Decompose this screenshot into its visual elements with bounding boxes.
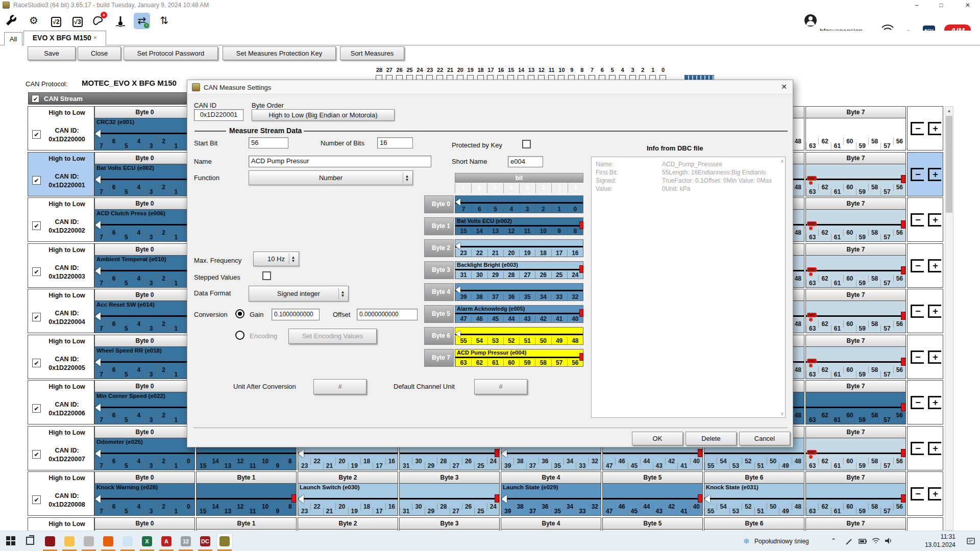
info-scroll-down-icon[interactable]: ∨ — [780, 411, 784, 416]
encoding-radio[interactable] — [235, 331, 244, 340]
racestudio[interactable] — [216, 533, 233, 549]
maximize-button[interactable]: □ — [932, 0, 950, 10]
byte-measure-cell[interactable]: 6362616059585756 — [805, 484, 906, 516]
math2-icon[interactable]: √2 — [48, 13, 64, 29]
grid-byte-cell[interactable]: 3938373635343332 — [455, 283, 583, 301]
remove-measure-button[interactable]: − — [911, 259, 924, 272]
row-checkbox[interactable]: ✔ — [32, 313, 41, 321]
byte-measure-cell[interactable]: Knock Warning (e028)76543210 — [94, 484, 195, 516]
set-protocol-password-button[interactable]: Set Protocol Password — [124, 46, 218, 60]
clock-time[interactable]: 11:31 — [929, 533, 955, 540]
row-checkbox[interactable]: ✔ — [32, 267, 41, 276]
tab-close-icon[interactable]: ✕ — [93, 35, 97, 40]
default-channel-unit-button[interactable]: # — [474, 379, 527, 394]
tool-app[interactable] — [81, 533, 97, 549]
dialog-close-icon[interactable]: ✕ — [778, 83, 790, 92]
number-of-bits-input[interactable]: 16 — [377, 137, 413, 148]
clock-date[interactable]: 13.01.2024 — [919, 541, 955, 548]
remove-measure-button[interactable]: − — [911, 168, 924, 181]
tab-all[interactable]: All — [4, 32, 22, 45]
row-checkbox[interactable]: ✔ — [32, 359, 41, 367]
row-id-cell[interactable]: ✔High to LowCAN ID:0x1D220007 — [28, 426, 94, 470]
transfer-icon[interactable]: ⇅ — [156, 13, 173, 29]
row-id-cell[interactable]: ✔High to LowCAN ID:0x1D220001 — [28, 152, 94, 196]
unit-after-conversion-button[interactable]: # — [313, 379, 366, 394]
remove-measure-button[interactable]: − — [911, 350, 924, 364]
close-protocol-button[interactable]: Close — [78, 46, 121, 60]
user-avatar-icon[interactable] — [804, 14, 817, 27]
remove-measure-button[interactable]: − — [911, 396, 924, 409]
add-measure-button[interactable]: + — [928, 396, 941, 409]
notepad[interactable] — [119, 533, 136, 549]
byte-measure-cell[interactable]: Knock State (e031)5554535251504948 — [704, 484, 804, 516]
task-view-button[interactable] — [22, 533, 39, 549]
notification-center-icon[interactable] — [967, 537, 975, 547]
speaker-tray-icon[interactable] — [884, 537, 892, 546]
trackmap-icon[interactable]: + — [90, 13, 106, 29]
protected-by-key-checkbox[interactable] — [522, 140, 531, 148]
remove-measure-button[interactable]: − — [911, 487, 924, 500]
tab-evo-x-bfg-m150[interactable]: EVO X BFG M150 ✕ — [23, 31, 106, 45]
set-measures-protection-key-button[interactable]: Set Measures Protection Key — [223, 46, 336, 60]
wifi-tray-icon[interactable] — [872, 537, 880, 546]
byte-measure-cell[interactable]: Launch Switch (e030)2322212019181716 — [298, 484, 398, 516]
row-id-cell[interactable]: ✔High to LowCAN ID:0x1D220003 — [28, 243, 94, 288]
tray-chevron-icon[interactable]: ⌃ — [831, 537, 836, 544]
byte-measure-cell[interactable]: CRC32 (e001)76543210 — [94, 118, 195, 151]
battery-tray-icon[interactable] — [859, 538, 868, 547]
can-config-icon[interactable]: ⇄+ — [134, 13, 150, 29]
byte-measure-cell[interactable]: 4746454443424140 — [602, 484, 703, 516]
close-button[interactable]: ✕ — [959, 0, 977, 10]
function-dropdown[interactable]: Number ▲▼ — [249, 170, 413, 185]
byte-measure-cell[interactable]: Odometer (e025)76543210 — [94, 438, 195, 470]
info-scroll-up-icon[interactable]: ∧ — [780, 158, 784, 164]
byte-measure-cell[interactable]: DBC6362616059585756 — [805, 301, 906, 333]
pdf-reader[interactable]: A — [158, 533, 175, 549]
gears-icon[interactable]: ⚙ — [26, 13, 42, 29]
excel[interactable]: X — [139, 533, 155, 549]
add-measure-button[interactable]: + — [928, 122, 941, 135]
weather-label[interactable]: Popołudniowy śnieg — [754, 538, 809, 545]
add-measure-button[interactable]: + — [928, 350, 941, 364]
byte-measure-cell[interactable]: 3130292827262524 — [399, 484, 500, 516]
scrollbar-thumb[interactable] — [946, 116, 952, 213]
gain-radio[interactable] — [235, 309, 244, 318]
grid-byte-cell[interactable]: 76543210 — [455, 195, 583, 213]
dc-app[interactable]: DC — [197, 533, 213, 549]
stepped-values-checkbox[interactable] — [262, 271, 271, 280]
start-button[interactable] — [3, 533, 19, 549]
byte-measure-cell[interactable]: Ambient Temperat (e010)76543210 — [94, 256, 195, 288]
wrench-icon[interactable] — [3, 13, 19, 29]
data-format-spinner-icon[interactable]: ▲▼ — [338, 288, 347, 299]
grid-byte-cell[interactable]: Backlight Bright (e003)3130292827262524 — [455, 261, 583, 279]
byte-measure-cell[interactable]: Min Corner Speed (e022)76543210 — [94, 392, 195, 424]
byte-measure-cell[interactable]: 15141312111098 — [196, 484, 297, 516]
add-measure-button[interactable]: + — [928, 442, 941, 455]
ok-button[interactable]: OK — [632, 432, 683, 445]
row-id-cell[interactable]: ✔High to LowCAN ID:0x1D220002 — [28, 197, 94, 242]
add-measure-button[interactable]: + — [928, 487, 941, 500]
row-checkbox[interactable]: ✔ — [32, 221, 41, 230]
row-id-cell[interactable]: ✔High to LowCAN ID:0x1D220005 — [28, 335, 94, 379]
max-frequency-spinner-icon[interactable]: ▲▼ — [289, 254, 297, 264]
remove-measure-button[interactable]: − — [911, 213, 924, 227]
byte-measure-cell[interactable]: Bat Volts ECU (e002)76543210 — [94, 164, 195, 196]
byte-measure-cell[interactable]: DBC6362616059585756 — [805, 256, 906, 288]
table-scrollbar[interactable]: ▲ — [945, 106, 953, 531]
data-format-dropdown[interactable]: Signed integer ▲▼ — [249, 286, 349, 302]
row-id-cell[interactable]: ✔High to LowCAN ID:0x1D220008 — [28, 471, 94, 516]
row-checkbox[interactable]: ✔ — [32, 495, 41, 504]
row-checkbox[interactable]: ✔ — [32, 130, 41, 139]
byte-measure-cell[interactable]: Acc Reset SW (e014)76543210 — [94, 301, 195, 333]
race-app[interactable] — [42, 533, 58, 549]
row-id-cell[interactable]: ✔High to LowCAN ID:0x1D220004 — [28, 289, 94, 333]
pen-tray-icon[interactable] — [845, 538, 853, 547]
byte-measure-cell[interactable]: DBC6362616059585756 — [805, 210, 906, 242]
add-measure-button[interactable]: + — [928, 213, 941, 227]
byte-order-dropdown[interactable]: High to Low (Big Endian or Motorola) — [252, 109, 395, 121]
scroll-up-icon[interactable]: ▲ — [945, 107, 953, 115]
add-measure-button[interactable]: + — [928, 168, 941, 181]
row-id-cell[interactable]: ✔High to LowCAN ID:0x1D220000 — [28, 106, 94, 151]
grid-byte-cell[interactable]: 5554535251504948 — [455, 327, 583, 345]
max-frequency-dropdown[interactable]: 10 Hz ▲▼ — [253, 252, 299, 266]
